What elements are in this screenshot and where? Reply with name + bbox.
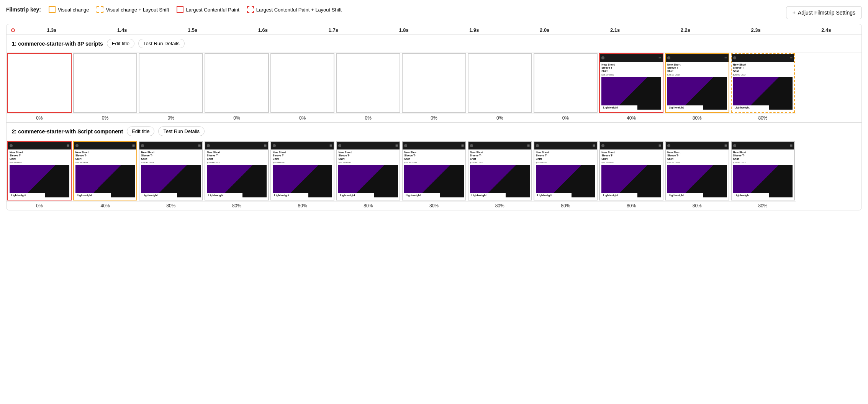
screenshot[interactable]: ☰ New ShortSleeve T-Shirt $25.99 USD Lig… xyxy=(732,54,794,112)
product-price: $25.99 USD xyxy=(207,161,267,164)
frame-col: ☰ New ShortSleeve T-Shirt $25.99 USD Lig… xyxy=(664,53,730,113)
product-name: New ShortSleeve T-Shirt xyxy=(10,151,69,161)
frame-cell[interactable]: ☰ New ShortSleeve T-Shirt $25.99 USD Lig… xyxy=(7,141,72,200)
screenshot[interactable]: ☰ New ShortSleeve T-Shirt $25.99 USD Lig… xyxy=(600,54,663,112)
frame-cell[interactable] xyxy=(336,53,400,113)
timeline-tick: 1.8s xyxy=(368,27,439,33)
product-name: New ShortSleeve T-Shirt xyxy=(536,151,596,161)
frame-cell[interactable]: ☰ New ShortSleeve T-Shirt $25.99 USD Lig… xyxy=(270,141,335,200)
percent-cell: 80% xyxy=(664,113,730,122)
screenshot[interactable]: ☰ New ShortSleeve T-Shirt $25.99 USD Lig… xyxy=(600,142,663,200)
timeline-tick: 2.1s xyxy=(580,27,650,33)
screenshot[interactable]: ☰ New ShortSleeve T-Shirt $25.99 USD Lig… xyxy=(139,142,202,200)
percent-cell: 0% xyxy=(204,113,270,122)
product-name: New ShortSleeve T-Shirt xyxy=(470,151,530,161)
frame-cell[interactable]: ☰ New ShortSleeve T-Shirt $25.99 USD Lig… xyxy=(665,53,729,113)
adjust-filmstrip-button[interactable]: + Adjust Filmstrip Settings xyxy=(786,6,862,19)
row2-edit-button[interactable]: Edit title xyxy=(127,126,154,136)
row2-title: 2: commerce-starter-with Script componen… xyxy=(12,128,123,135)
frame-cell[interactable]: ☰ New ShortSleeve T-Shirt $25.99 USD Lig… xyxy=(599,53,663,113)
frame-cell[interactable] xyxy=(73,53,138,113)
frame-cell[interactable] xyxy=(534,53,598,113)
row-header-2: 2: commerce-starter-with Script componen… xyxy=(7,123,861,140)
product-price: $25.99 USD xyxy=(536,161,596,164)
frame-cell[interactable]: ☰ New ShortSleeve T-Shirt $25.99 USD Lig… xyxy=(665,141,729,200)
product-image: Lightweight xyxy=(733,77,793,110)
frame-cell[interactable]: ☰ New ShortSleeve T-Shirt $25.99 USD Lig… xyxy=(336,141,400,200)
percent-cell: 80% xyxy=(467,201,533,210)
frame-cell[interactable] xyxy=(402,53,466,113)
screenshot[interactable]: ☰ New ShortSleeve T-Shirt $25.99 USD Lig… xyxy=(468,142,531,200)
product-name: New ShortSleeve T-Shirt xyxy=(601,151,661,161)
product-image: Lightweight xyxy=(470,165,530,197)
product-name: New ShortSleeve T-Shirt xyxy=(75,151,135,161)
menu-icon: ☰ xyxy=(593,144,595,148)
timeline-tick: 1.3s xyxy=(16,27,87,33)
screenshot[interactable]: ☰ New ShortSleeve T-Shirt $25.99 USD Lig… xyxy=(666,54,729,112)
frame-cell[interactable]: ☰ New ShortSleeve T-Shirt $25.99 USD Lig… xyxy=(73,141,138,200)
screenshot[interactable]: ☰ New ShortSleeve T-Shirt $25.99 USD Lig… xyxy=(666,142,729,200)
empty-screenshot xyxy=(271,54,334,112)
screenshot[interactable]: ☰ New ShortSleeve T-Shirt $25.99 USD Lig… xyxy=(337,142,400,200)
screenshot-top-bar: ☰ xyxy=(666,142,729,149)
frame-cell[interactable]: ☰ New ShortSleeve T-Shirt $25.99 USD Lig… xyxy=(731,141,795,200)
key-item-visual-change: Visual change xyxy=(49,6,89,13)
filmstrip-container: 1.3s1.4s1.5s1.6s1.7s1.8s1.9s2.0s2.1s2.2s… xyxy=(6,24,862,210)
camera-icon xyxy=(733,144,736,147)
screenshot-body: New ShortSleeve T-Shirt $25.99 USD Light… xyxy=(732,62,794,111)
row2-details-button[interactable]: Test Run Details xyxy=(158,126,205,136)
product-image: Lightweight xyxy=(10,165,69,197)
frame-cell[interactable]: ☰ New ShortSleeve T-Shirt $25.99 USD Lig… xyxy=(402,141,466,200)
frame-cell[interactable] xyxy=(139,53,203,113)
frame-cell[interactable]: ☰ New ShortSleeve T-Shirt $25.99 USD Lig… xyxy=(205,141,269,200)
menu-icon: ☰ xyxy=(264,144,267,148)
camera-icon xyxy=(207,144,210,147)
screenshot-top-bar: ☰ xyxy=(139,142,202,149)
timeline-tick: 1.6s xyxy=(228,27,298,33)
frame-cell[interactable] xyxy=(468,53,532,113)
product-name: New ShortSleeve T-Shirt xyxy=(733,63,793,73)
frame-cell[interactable]: ☰ New ShortSleeve T-Shirt $25.99 USD Lig… xyxy=(731,53,795,113)
adjust-filmstrip-label: Adjust Filmstrip Settings xyxy=(798,10,855,16)
product-image: Lightweight xyxy=(141,165,201,197)
screenshot[interactable]: ☰ New ShortSleeve T-Shirt $25.99 USD Lig… xyxy=(8,142,71,200)
screenshot-top-bar: ☰ xyxy=(534,142,597,149)
screenshot[interactable]: ☰ New ShortSleeve T-Shirt $25.99 USD Lig… xyxy=(403,142,465,200)
menu-icon: ☰ xyxy=(790,144,793,148)
frame-cell[interactable]: ☰ New ShortSleeve T-Shirt $25.99 USD Lig… xyxy=(599,141,663,200)
plus-icon: + xyxy=(793,10,796,16)
frame-cell[interactable]: ☰ New ShortSleeve T-Shirt $25.99 USD Lig… xyxy=(468,141,532,200)
row1-details-button[interactable]: Test Run Details xyxy=(138,39,185,48)
screenshot-top-bar: ☰ xyxy=(8,142,71,149)
frame-col: ☰ New ShortSleeve T-Shirt $25.99 USD Lig… xyxy=(664,140,730,201)
product-name: New ShortSleeve T-Shirt xyxy=(601,63,661,73)
screenshot[interactable]: ☰ New ShortSleeve T-Shirt $25.99 USD Lig… xyxy=(271,142,334,200)
screenshot[interactable]: ☰ New ShortSleeve T-Shirt $25.99 USD Lig… xyxy=(732,142,794,200)
screenshot[interactable]: ☰ New ShortSleeve T-Shirt $25.99 USD Lig… xyxy=(534,142,597,200)
frame-cell[interactable] xyxy=(270,53,335,113)
empty-screenshot xyxy=(403,54,465,112)
timeline-tick: 1.7s xyxy=(298,27,368,33)
screenshot-body: New ShortSleeve T-Shirt $25.99 USD Light… xyxy=(468,149,531,199)
percent-cell: 40% xyxy=(598,113,664,122)
lightweight-badge: Lightweight xyxy=(667,105,703,110)
product-image: Lightweight xyxy=(601,77,661,110)
frame-cell[interactable]: ☰ New ShortSleeve T-Shirt $25.99 USD Lig… xyxy=(534,141,598,200)
product-image: Lightweight xyxy=(338,165,398,197)
frame-col: ☰ New ShortSleeve T-Shirt $25.99 USD Lig… xyxy=(730,140,796,201)
menu-icon: ☰ xyxy=(395,144,398,148)
frame-col: ☰ New ShortSleeve T-Shirt $25.99 USD Lig… xyxy=(467,140,533,201)
empty-screenshot xyxy=(534,54,597,112)
screenshot[interactable]: ☰ New ShortSleeve T-Shirt $25.99 USD Lig… xyxy=(74,142,137,200)
product-name: New ShortSleeve T-Shirt xyxy=(207,151,267,161)
menu-icon: ☰ xyxy=(329,144,332,148)
frame-cell[interactable] xyxy=(7,53,72,113)
screenshot-body: New ShortSleeve T-Shirt $25.99 USD Light… xyxy=(271,149,334,199)
product-price: $25.99 USD xyxy=(338,161,398,164)
row1-edit-button[interactable]: Edit title xyxy=(107,39,134,48)
screenshot[interactable]: ☰ New ShortSleeve T-Shirt $25.99 USD Lig… xyxy=(205,142,268,200)
product-price: $25.99 USD xyxy=(667,74,727,76)
frame-cell[interactable] xyxy=(205,53,269,113)
frame-cell[interactable]: ☰ New ShortSleeve T-Shirt $25.99 USD Lig… xyxy=(139,141,203,200)
product-image: Lightweight xyxy=(75,165,135,197)
